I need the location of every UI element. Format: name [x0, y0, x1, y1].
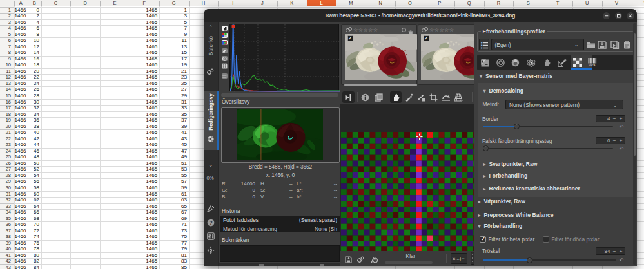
svg-text:?: ? [210, 219, 213, 226]
svg-text:META: META [589, 64, 596, 67]
